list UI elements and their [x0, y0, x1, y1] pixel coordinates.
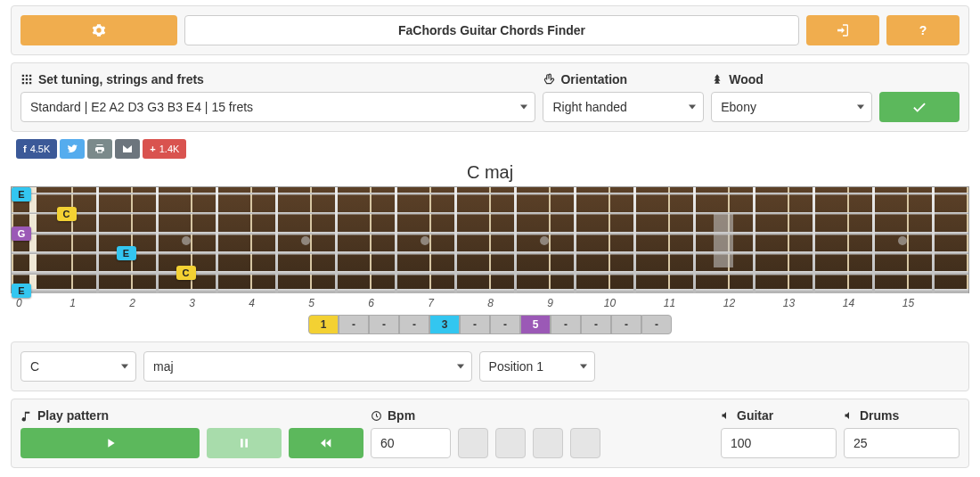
quality-select[interactable]: maj	[143, 351, 472, 382]
fret-number: 15	[878, 297, 938, 309]
fret-number: 13	[759, 297, 819, 309]
guitar-vol-value: 100	[731, 436, 751, 450]
email-icon	[122, 144, 133, 154]
share-facebook[interactable]: f 4.5K	[16, 139, 57, 159]
interval-cell[interactable]: -	[460, 315, 490, 334]
apply-button[interactable]	[879, 92, 960, 122]
fret-number: 4	[222, 297, 282, 309]
beat-slot-2[interactable]	[495, 428, 526, 458]
interval-cell[interactable]: -	[551, 315, 581, 334]
clock-icon	[371, 410, 382, 422]
fret-inlay	[421, 236, 429, 245]
beat-slot-3[interactable]	[533, 428, 563, 458]
interval-cell[interactable]: -	[490, 315, 520, 334]
login-button[interactable]	[806, 15, 879, 45]
drums-vol-input[interactable]: 25	[844, 428, 960, 458]
drums-vol-label: Drums	[860, 408, 899, 423]
interval-cell[interactable]: -	[369, 315, 399, 334]
fret-line	[395, 187, 397, 292]
bpm-label: Bpm	[388, 408, 415, 423]
facebook-icon: f	[23, 144, 27, 154]
fret-line	[872, 187, 875, 292]
interval-cell[interactable]: 5	[520, 315, 551, 334]
guitar-vol-input[interactable]: 100	[721, 428, 837, 458]
wood-select[interactable]: Ebony	[711, 92, 872, 122]
fret-number: 1	[43, 297, 102, 309]
interval-cell[interactable]: -	[641, 315, 672, 334]
settings-button[interactable]	[20, 15, 177, 45]
fretboard-note[interactable]: C	[57, 207, 77, 221]
bpm-input[interactable]: 60	[371, 428, 451, 458]
fret-line	[813, 187, 815, 292]
interval-cell[interactable]: -	[399, 315, 429, 334]
facebook-count: 4.5K	[30, 144, 51, 154]
wood-label: Wood	[729, 72, 764, 86]
grid-icon	[20, 73, 33, 86]
share-more[interactable]: + 1.4K	[143, 139, 186, 159]
hand-icon	[543, 73, 555, 86]
help-button[interactable]: ?	[886, 15, 960, 45]
drums-vol-value: 25	[853, 436, 868, 450]
fret-line	[216, 187, 218, 292]
login-icon	[836, 23, 850, 37]
orientation-select[interactable]: Right handed	[543, 92, 704, 122]
fret-inlay	[182, 236, 191, 245]
question-icon: ?	[919, 23, 927, 37]
interval-cell[interactable]: -	[581, 315, 611, 334]
fret-line	[514, 187, 517, 292]
pause-button[interactable]	[207, 428, 282, 458]
fret-number: 0	[16, 297, 43, 309]
rewind-button[interactable]	[289, 428, 363, 458]
fret-number: 7	[401, 297, 461, 309]
gear-icon	[92, 23, 106, 37]
guitar-vol-label: Guitar	[737, 408, 773, 423]
position-select[interactable]: Position 1	[479, 351, 595, 382]
fret-number: 9	[520, 297, 580, 309]
fret-number: 11	[640, 297, 699, 309]
fret-line	[454, 187, 457, 292]
orientation-label: Orientation	[560, 72, 627, 86]
fret-line	[574, 187, 576, 292]
pause-icon	[237, 436, 251, 450]
fret-number: 12	[699, 297, 759, 309]
root-select[interactable]: C	[20, 351, 136, 382]
volume-icon	[844, 410, 854, 421]
quality-value: maj	[153, 359, 174, 374]
fret-numbers: 0123456789101112131415	[11, 297, 969, 309]
beat-slot-1[interactable]	[458, 428, 488, 458]
addthis-count: 1.4K	[159, 144, 180, 154]
fret-line	[275, 187, 278, 292]
fret-line	[335, 187, 338, 292]
fret-line	[753, 187, 755, 292]
fret-inlay-12	[714, 214, 733, 267]
interval-cell[interactable]: -	[339, 315, 369, 334]
beat-slot-4[interactable]	[570, 428, 600, 458]
fretboard-note[interactable]: E	[117, 246, 136, 260]
fret-number: 2	[102, 297, 162, 309]
share-twitter[interactable]	[60, 139, 85, 159]
share-print[interactable]	[87, 139, 112, 159]
fret-number: 5	[282, 297, 341, 309]
fretboard[interactable]: ECGECE	[11, 186, 969, 293]
music-icon	[20, 410, 32, 422]
interval-cell[interactable]: 1	[308, 315, 339, 334]
tree-icon	[711, 73, 723, 86]
fret-inlay	[898, 236, 907, 245]
interval-cell[interactable]: 3	[429, 315, 460, 334]
position-value: Position 1	[489, 359, 543, 374]
fretboard-note[interactable]: C	[176, 266, 196, 280]
fret-inlay	[540, 236, 549, 245]
interval-cell[interactable]: -	[611, 315, 641, 334]
fretboard-note[interactable]: G	[12, 226, 31, 241]
fretboard-note[interactable]: E	[12, 284, 31, 298]
fretboard-note[interactable]: E	[12, 187, 31, 201]
play-icon	[103, 436, 118, 450]
check-icon	[911, 99, 927, 115]
fret-number: 3	[162, 297, 222, 309]
rewind-icon	[319, 436, 333, 450]
interval-row: 1---3--5----	[11, 315, 969, 334]
fret-inlay	[301, 236, 310, 245]
play-button[interactable]	[20, 428, 200, 458]
share-email[interactable]	[115, 139, 140, 159]
tuning-select[interactable]: Standard | E2 A2 D3 G3 B3 E4 | 15 frets	[20, 92, 535, 122]
